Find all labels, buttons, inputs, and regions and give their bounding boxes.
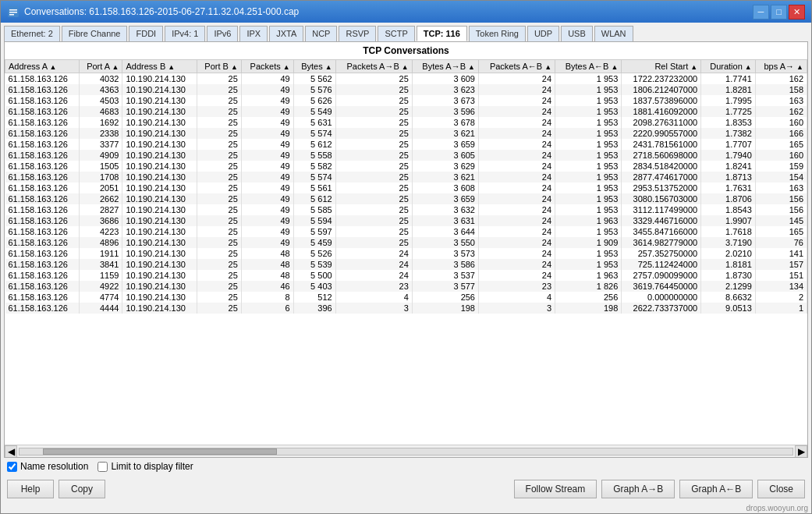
help-button[interactable]: Help bbox=[7, 480, 54, 498]
cell-20-7: 256 bbox=[412, 292, 478, 303]
tab-wlan[interactable]: WLAN bbox=[594, 26, 633, 41]
table-row[interactable]: 61.158.163.126436310.190.214.13025495 57… bbox=[5, 84, 807, 95]
table-container[interactable]: Address A ▲Port A ▲Address B ▲Port B ▲Pa… bbox=[5, 59, 807, 445]
table-row[interactable]: 61.158.163.126403210.190.214.13025495 56… bbox=[5, 73, 807, 85]
col-header-9[interactable]: Bytes A←B ▲ bbox=[555, 60, 622, 73]
col-header-12[interactable]: bps A→ ▲ bbox=[755, 60, 807, 73]
cell-0-0: 61.158.163.126 bbox=[5, 73, 80, 85]
cell-3-8: 24 bbox=[478, 106, 555, 117]
tab-ipv6[interactable]: IPv6 bbox=[207, 26, 238, 41]
cell-2-5: 5 626 bbox=[293, 95, 335, 106]
cell-20-3: 25 bbox=[197, 292, 241, 303]
tab-fibre-channe[interactable]: Fibre Channe bbox=[62, 26, 128, 41]
scroll-left-btn[interactable]: ◀ bbox=[5, 445, 17, 458]
tab-fddi[interactable]: FDDI bbox=[129, 26, 163, 41]
tab-tcp--116[interactable]: TCP: 116 bbox=[417, 26, 467, 41]
col-header-1[interactable]: Port A ▲ bbox=[79, 60, 122, 73]
table-row[interactable]: 61.158.163.126170810.190.214.13025495 57… bbox=[5, 172, 807, 183]
col-header-8[interactable]: Packets A←B ▲ bbox=[478, 60, 555, 73]
scroll-right-btn[interactable]: ▶ bbox=[795, 445, 807, 458]
cell-1-12: 158 bbox=[755, 84, 807, 95]
minimize-button[interactable]: ─ bbox=[753, 5, 769, 19]
table-row[interactable]: 61.158.163.126468310.190.214.13025495 54… bbox=[5, 106, 807, 117]
tab-ncp[interactable]: NCP bbox=[305, 26, 337, 41]
name-resolution-label[interactable]: Name resolution bbox=[7, 461, 88, 472]
col-header-0[interactable]: Address A ▲ bbox=[5, 60, 80, 73]
table-row[interactable]: 61.158.163.126191110.190.214.13025485 52… bbox=[5, 248, 807, 259]
table-row[interactable]: 61.158.163.126384110.190.214.13025485 53… bbox=[5, 259, 807, 270]
cell-20-1: 4774 bbox=[79, 292, 122, 303]
col-header-10[interactable]: Rel Start ▲ bbox=[622, 60, 701, 73]
table-row[interactable]: 61.158.163.126492210.190.214.13025465 40… bbox=[5, 281, 807, 292]
cell-13-3: 25 bbox=[197, 215, 241, 226]
tab-token-ring[interactable]: Token Ring bbox=[469, 26, 526, 41]
table-row[interactable]: 61.158.163.126150510.190.214.13025495 58… bbox=[5, 161, 807, 172]
graph-b-to-a-button[interactable]: Graph A←B bbox=[679, 480, 753, 498]
tab-usb[interactable]: USB bbox=[561, 26, 593, 41]
table-row[interactable]: 61.158.163.126368610.190.214.13025495 59… bbox=[5, 215, 807, 226]
horizontal-scrollbar[interactable]: ◀ ▶ bbox=[5, 445, 807, 457]
cell-5-0: 61.158.163.126 bbox=[5, 128, 80, 139]
cell-21-7: 198 bbox=[412, 303, 478, 314]
follow-stream-button[interactable]: Follow Stream bbox=[514, 480, 597, 498]
cell-14-11: 1.7618 bbox=[701, 226, 756, 237]
cell-21-10: 2622.733737000 bbox=[622, 303, 701, 314]
table-row[interactable]: 61.158.163.126169210.190.214.13025495 63… bbox=[5, 117, 807, 128]
name-resolution-checkbox[interactable] bbox=[7, 462, 17, 472]
table-row[interactable]: 61.158.163.126233810.190.214.13025495 57… bbox=[5, 128, 807, 139]
cell-12-9: 1 953 bbox=[555, 204, 622, 215]
tab-ipx[interactable]: IPX bbox=[239, 26, 268, 41]
table-row[interactable]: 61.158.163.126282710.190.214.13025495 58… bbox=[5, 204, 807, 215]
cell-8-1: 1505 bbox=[79, 161, 122, 172]
table-row[interactable]: 61.158.163.126490910.190.214.13025495 55… bbox=[5, 150, 807, 161]
cell-17-8: 24 bbox=[478, 259, 555, 270]
table-row[interactable]: 61.158.163.126450310.190.214.13025495 62… bbox=[5, 95, 807, 106]
table-row[interactable]: 61.158.163.126205110.190.214.13025495 56… bbox=[5, 183, 807, 193]
tab-udp[interactable]: UDP bbox=[527, 26, 559, 41]
cell-8-10: 2834.518420000 bbox=[622, 161, 701, 172]
cell-12-12: 156 bbox=[755, 204, 807, 215]
cell-20-12: 2 bbox=[755, 292, 807, 303]
scrollbar-thumb[interactable] bbox=[43, 448, 277, 455]
cell-15-10: 3614.982779000 bbox=[622, 237, 701, 248]
table-row[interactable]: 61.158.163.126337710.190.214.13025495 61… bbox=[5, 139, 807, 150]
copy-button[interactable]: Copy bbox=[59, 480, 105, 498]
col-header-4[interactable]: Packets ▲ bbox=[241, 60, 293, 73]
table-row[interactable]: 61.158.163.126477410.190.214.13025851242… bbox=[5, 292, 807, 303]
tab-jxta[interactable]: JXTA bbox=[269, 26, 303, 41]
cell-2-6: 25 bbox=[335, 95, 412, 106]
table-row[interactable]: 61.158.163.126489610.190.214.13025495 45… bbox=[5, 237, 807, 248]
tab-sctp[interactable]: SCTP bbox=[378, 26, 414, 41]
cell-13-1: 3686 bbox=[79, 215, 122, 226]
table-row[interactable]: 61.158.163.126422310.190.214.13025495 59… bbox=[5, 226, 807, 237]
cell-14-12: 165 bbox=[755, 226, 807, 237]
limit-display-checkbox[interactable] bbox=[98, 462, 108, 472]
cell-20-10: 0.000000000 bbox=[622, 292, 701, 303]
cell-3-6: 25 bbox=[335, 106, 412, 117]
col-header-2[interactable]: Address B ▲ bbox=[122, 60, 197, 73]
tab-ipv4--1[interactable]: IPv4: 1 bbox=[165, 26, 205, 41]
cell-10-0: 61.158.163.126 bbox=[5, 183, 80, 193]
action-bar-left: Help Copy bbox=[7, 480, 105, 498]
close-button[interactable]: Close bbox=[757, 480, 805, 498]
footer: drops.wooyun.org bbox=[1, 503, 811, 513]
tab-rsvp[interactable]: RSVP bbox=[339, 26, 376, 41]
table-row[interactable]: 61.158.163.126266210.190.214.13025495 61… bbox=[5, 193, 807, 204]
action-bar-right: Follow Stream Graph A→B Graph A←B Close bbox=[514, 480, 805, 498]
cell-9-8: 24 bbox=[478, 172, 555, 183]
cell-20-8: 4 bbox=[478, 292, 555, 303]
window-close-button[interactable]: ✕ bbox=[789, 5, 805, 19]
col-header-3[interactable]: Port B ▲ bbox=[197, 60, 241, 73]
table-row[interactable]: 61.158.163.126444410.190.214.13025639631… bbox=[5, 303, 807, 314]
scrollbar-track[interactable] bbox=[19, 448, 793, 456]
tab-ethernet--2[interactable]: Ethernet: 2 bbox=[4, 26, 60, 41]
col-header-7[interactable]: Bytes A→B ▲ bbox=[412, 60, 478, 73]
col-header-11[interactable]: Duration ▲ bbox=[701, 60, 756, 73]
table-row[interactable]: 61.158.163.126115910.190.214.13025485 50… bbox=[5, 270, 807, 281]
col-header-6[interactable]: Packets A→B ▲ bbox=[335, 60, 412, 73]
limit-display-label[interactable]: Limit to display filter bbox=[98, 461, 193, 472]
maximize-button[interactable]: □ bbox=[771, 5, 787, 19]
cell-18-10: 2757.090099000 bbox=[622, 270, 701, 281]
col-header-5[interactable]: Bytes ▲ bbox=[293, 60, 335, 73]
graph-a-to-b-button[interactable]: Graph A→B bbox=[601, 480, 675, 498]
